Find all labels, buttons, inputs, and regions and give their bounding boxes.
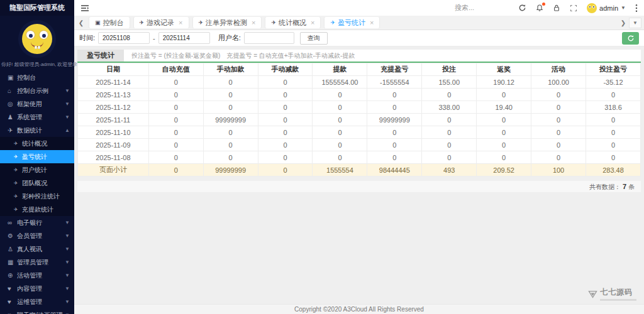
panel-tab-title[interactable]: 盈亏统计 <box>77 50 124 62</box>
column-header: 活动 <box>531 63 586 76</box>
table-cell: 0 <box>258 164 313 176</box>
collapse-sidebar-icon[interactable] <box>80 4 89 12</box>
tabs-dropdown-icon[interactable]: ▼ <box>629 18 641 28</box>
sidebar: 龍聖国际管理系统 你好! 超级管理员-admin, 欢迎登录 ▣控制台⌂控制台示… <box>0 0 74 314</box>
sidebar-subitem-4[interactable]: ✈彩种投注统计 <box>0 190 74 203</box>
sidebar-item-2[interactable]: ◎框架使用▼ <box>0 97 74 111</box>
tabs-scroll-left-icon[interactable]: ❮ <box>75 19 87 26</box>
table-row: 2025-11-1200000338.0019.400318.6 <box>78 101 641 114</box>
table-cell: -35.12 <box>586 76 641 89</box>
column-header: 手动减款 <box>258 63 313 76</box>
user-icon: ♟ <box>8 114 17 121</box>
table-cell: 0 <box>422 126 477 139</box>
sidebar-item-10[interactable]: ♥内容管理▼ <box>0 282 74 295</box>
search-input[interactable]: 搜索... <box>455 3 474 13</box>
table-cell: 0 <box>586 126 641 139</box>
stats-icon: ✈ <box>8 127 17 134</box>
table-cell: 0 <box>531 89 586 101</box>
table-cell: 190.12 <box>477 76 531 89</box>
open-tab-3[interactable]: ✈统计概况× <box>265 17 320 28</box>
sidebar-item-label: 系统管理 <box>17 113 65 122</box>
sidebar-item-9[interactable]: ⊕活动管理▼ <box>0 269 74 282</box>
table-cell: 493 <box>422 164 477 176</box>
chevron-down-icon: ▼ <box>65 233 70 239</box>
table-cell: 0 <box>203 76 258 89</box>
username-input[interactable] <box>244 32 294 44</box>
more-vertical-icon[interactable] <box>635 4 638 13</box>
tab-label: 注单异常检测 <box>206 18 247 28</box>
open-tab-4[interactable]: ✈盈亏统计× <box>325 17 379 28</box>
sidebar-item-6[interactable]: ⚙会员管理▼ <box>0 229 74 242</box>
close-icon[interactable]: × <box>370 19 374 26</box>
sidebar-item-4[interactable]: ✈数据统计▲ <box>0 124 74 137</box>
notification-badge <box>542 3 545 6</box>
table-cell: 0 <box>148 164 203 176</box>
record-count: 共有数据：7条 <box>77 181 641 192</box>
date-to-input[interactable] <box>158 32 210 44</box>
table-cell: 0 <box>477 126 531 139</box>
sidebar-item-12[interactable]: ♥聊天室/动画管理▼ <box>0 308 74 314</box>
lock-icon[interactable] <box>553 4 560 12</box>
sidebar-item-label: 活动管理 <box>17 271 65 280</box>
query-button[interactable]: 查询 <box>300 32 328 45</box>
sidebar-item-1[interactable]: ⌂控制台示例▼ <box>0 84 74 97</box>
sidebar-subitem-5[interactable]: ✈充提款统计 <box>0 203 74 216</box>
open-tab-2[interactable]: ✈注单异常检测× <box>193 17 262 28</box>
fullscreen-icon[interactable] <box>570 4 577 12</box>
sidebar-subitem-1[interactable]: ✈盈亏统计 <box>0 150 74 163</box>
date-from-input[interactable] <box>98 32 150 44</box>
table-cell: 99999999 <box>203 114 258 126</box>
column-header: 日期 <box>78 63 149 76</box>
app-title: 龍聖国际管理系统 <box>0 0 74 16</box>
table-cell: 0 <box>586 89 641 101</box>
content-area: 盈亏统计 投注盈亏 = (投注金额-返奖金额) 充提盈亏 = 自动充值+手动加款… <box>74 46 644 304</box>
table-cell: 0 <box>258 76 313 89</box>
sidebar-item-7[interactable]: ♙真人视讯▼ <box>0 242 74 256</box>
sidebar-item-11[interactable]: ♥运维管理▼ <box>0 295 74 308</box>
page-footer: Copyright ©2020 A3Cloud All Rights Reser… <box>74 304 644 314</box>
table-cell: 0 <box>531 101 586 114</box>
sidebar-subitem-3[interactable]: ✈团队概况 <box>0 176 74 190</box>
table-cell: 2025-11-11 <box>78 114 149 126</box>
chevron-down-icon: ▼ <box>65 273 70 278</box>
filter-bar: 时间: - 用户名: 查询 <box>74 30 644 46</box>
chat-icon: ♥ <box>8 311 17 314</box>
column-header: 投注盈亏 <box>586 63 641 76</box>
table-header-row: 日期自动充值手动加款手动减款提款充提盈亏投注返奖活动投注盈亏 <box>78 63 641 76</box>
watermark: 七七源码 <box>588 287 636 301</box>
sidebar-subitem-label: 充提款统计 <box>22 205 70 214</box>
sidebar-item-3[interactable]: ♟系统管理▼ <box>0 111 74 124</box>
chevron-down-icon: ▼ <box>621 5 626 11</box>
sidebar-item-5[interactable]: ∞电子银行▼ <box>0 216 74 229</box>
table-body: 2025-11-140001555554.00-1555554155.00190… <box>78 76 641 176</box>
table-cell: 0 <box>258 126 313 139</box>
avatar-mouth <box>31 42 43 47</box>
tabs-scroll-right-icon[interactable]: ❯ <box>618 19 629 26</box>
table-cell: 100 <box>531 164 586 176</box>
chevron-down-icon: ▼ <box>65 88 70 94</box>
topbar: 搜索... admin ▼ <box>74 0 644 16</box>
sidebar-item-0[interactable]: ▣控制台 <box>0 71 74 84</box>
table-cell: -1555554 <box>367 76 422 89</box>
sidebar-item-8[interactable]: ▦管理员管理▼ <box>0 256 74 269</box>
sidebar-subitem-0[interactable]: ✈统计概况 <box>0 137 74 150</box>
refresh-icon[interactable] <box>518 4 526 12</box>
watermark-tagline <box>600 299 636 301</box>
user-menu[interactable]: admin ▼ <box>587 3 626 13</box>
close-icon[interactable]: × <box>311 19 314 26</box>
open-tab-0[interactable]: ▣控制台 <box>89 17 130 28</box>
notifications-icon[interactable] <box>536 4 543 12</box>
table-cell: 100.00 <box>531 76 586 89</box>
greeting-text: 你好! 超级管理员-admin, 欢迎登录 <box>0 59 74 71</box>
close-icon[interactable]: × <box>252 19 255 26</box>
frame-icon: ◎ <box>8 100 17 107</box>
open-tab-1[interactable]: ✈游戏记录× <box>134 17 189 28</box>
panel-refresh-button[interactable] <box>622 32 639 45</box>
column-header: 提款 <box>313 63 367 76</box>
plane-icon: ✈ <box>14 193 22 199</box>
sidebar-subitem-label: 团队概况 <box>22 179 70 188</box>
close-icon[interactable]: × <box>179 19 182 26</box>
sidebar-subitem-2[interactable]: ✈用户统计 <box>0 163 74 176</box>
sidebar-item-label: 框架使用 <box>17 100 65 109</box>
table-cell: 0 <box>148 76 203 89</box>
